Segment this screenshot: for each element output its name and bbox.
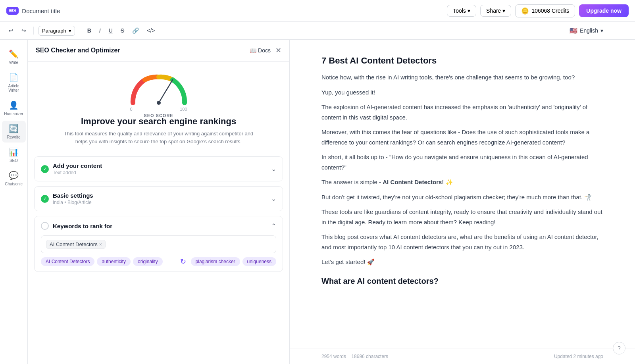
keyword-suggestion-4[interactable]: uniqueness	[242, 257, 276, 266]
keywords-section: Keywords to rank for ⌃ AI Content Detect…	[34, 216, 283, 272]
paragraph-select[interactable]: Paragraph ▾	[38, 26, 75, 36]
logo-badge: WS	[6, 7, 19, 15]
content-p-5: The answer is simple - AI Content Detect…	[321, 177, 603, 187]
upgrade-button[interactable]: Upgrade now	[579, 4, 629, 17]
keyword-suggestion-3[interactable]: plagiarism checker	[191, 257, 240, 266]
language-select[interactable]: 🇺🇸 English ▾	[570, 27, 603, 35]
keyword-suggestion-0[interactable]: AI Content Detectors	[41, 257, 94, 266]
basic-settings-check-icon: ✓	[41, 195, 49, 203]
updated-label: Updated 2 minutes ago	[554, 354, 603, 359]
keyword-tag-remove-0[interactable]: ×	[99, 242, 102, 247]
seo-header-right: 📖 Docs ✕	[250, 46, 281, 55]
code-button[interactable]: </>	[144, 26, 157, 35]
keywords-header[interactable]: Keywords to rank for ⌃	[35, 216, 283, 235]
article-writer-icon: 📄	[9, 73, 19, 82]
sidebar-item-humanizer[interactable]: 👤 Humanizer	[2, 97, 26, 119]
keywords-input-area[interactable]: AI Content Detectors ×	[41, 235, 276, 253]
help-button[interactable]: ?	[613, 342, 625, 354]
gauge-section: 0 100 SEO SCORE Improve your search engi…	[28, 62, 289, 152]
keyword-suggestion-1[interactable]: authenticity	[97, 257, 131, 266]
seo-score-label: SEO SCORE	[127, 113, 190, 118]
doc-title: Document title	[22, 8, 60, 14]
bold-ai-detectors: AI Content Detectors!	[383, 179, 444, 185]
add-content-section: ✓ Add your content Text added ⌄	[34, 156, 283, 181]
add-content-header[interactable]: ✓ Add your content Text added ⌄	[35, 157, 283, 181]
share-label: Share	[486, 8, 501, 14]
language-label: English	[580, 27, 598, 34]
sidebar-item-chatsonic[interactable]: 💬 Chatsonic	[2, 168, 26, 189]
tools-label: Tools	[453, 8, 466, 14]
gauge-max-label: 100	[180, 107, 187, 112]
write-icon: ✏️	[9, 49, 19, 59]
add-content-subtitle: Text added	[53, 170, 102, 175]
credits-display: 🪙 106068 Credits	[515, 4, 575, 17]
basic-settings-section: ✓ Basic settings India • Blog/Article ⌄	[34, 186, 283, 211]
basic-settings-header[interactable]: ✓ Basic settings India • Blog/Article ⌄	[35, 187, 283, 211]
bold-button[interactable]: B	[85, 26, 94, 35]
sidebar-item-seo[interactable]: 📊 SEO	[2, 144, 26, 166]
content-area: 7 Best AI Content Detectors Notice how, …	[290, 40, 635, 349]
svg-point-1	[157, 101, 161, 105]
sidebar-label-seo: SEO	[10, 158, 18, 163]
main-layout: ✏️ Write 📄 Article Writer 👤 Humanizer 🔄 …	[0, 40, 635, 364]
topbar-right: Tools ▾ Share ▾ 🪙 106068 Credits Upgrade…	[447, 4, 629, 17]
gauge-min-label: 0	[130, 107, 133, 112]
close-button[interactable]: ✕	[275, 46, 281, 55]
content-p-2: The explosion of AI-generated content ha…	[321, 102, 603, 122]
keywords-chevron-icon: ⌃	[271, 222, 276, 230]
paragraph-label: Paragraph	[42, 28, 66, 34]
keyword-tag-0: AI Content Detectors ×	[46, 240, 106, 249]
undo-button[interactable]: ↩	[6, 26, 16, 35]
content-p-4: In short, it all boils up to - "How do y…	[321, 152, 603, 172]
sidebar-item-article-writer[interactable]: 📄 Article Writer	[2, 69, 26, 96]
sidebar-item-write[interactable]: ✏️ Write	[2, 46, 26, 68]
flag-icon: 🇺🇸	[570, 27, 577, 35]
seo-icon: 📊	[9, 147, 19, 157]
chatsonic-icon: 💬	[9, 171, 19, 180]
credits-amount: 106068 Credits	[531, 8, 569, 14]
improve-desc: This tool measures the quality and relev…	[64, 130, 254, 145]
basic-settings-subtitle: India • Blog/Article	[53, 200, 93, 205]
content-p-6: But don't get it twisted, they're not yo…	[321, 192, 603, 202]
seo-panel-header: SEO Checker and Optimizer 📖 Docs ✕	[28, 40, 289, 62]
seo-panel: SEO Checker and Optimizer 📖 Docs ✕	[28, 40, 290, 364]
basic-settings-header-left: ✓ Basic settings India • Blog/Article	[41, 192, 93, 205]
add-content-chevron-icon: ⌄	[271, 165, 276, 173]
strikethrough-button[interactable]: S	[118, 26, 127, 35]
gauge-svg	[127, 71, 190, 107]
refresh-suggestions-button[interactable]: ↻	[180, 257, 186, 266]
toolbar: ↩ ↪ Paragraph ▾ B I U S 🔗 </> 🇺🇸 English…	[0, 22, 635, 40]
topbar: WS Document title Tools ▾ Share ▾ 🪙 1060…	[0, 0, 635, 22]
keyword-suggestions: AI Content Detectors authenticity origin…	[41, 257, 276, 266]
gauge-container: 0 100 SEO SCORE	[127, 71, 190, 107]
language-chevron-icon: ▾	[600, 27, 603, 34]
tools-chevron-icon: ▾	[468, 8, 470, 14]
sidebar-label-humanizer: Humanizer	[4, 112, 23, 116]
word-count: 2954 words	[321, 354, 346, 359]
sidebar-item-rewrite[interactable]: 🔄 Rewrite	[2, 121, 26, 143]
keywords-uncheck-icon	[41, 222, 49, 230]
sidebar-label-chatsonic: Chatsonic	[5, 182, 22, 186]
content-p-1: Yup, you guessed it!	[321, 87, 603, 98]
sidebar-label-rewrite: Rewrite	[7, 135, 21, 139]
keywords-body: AI Content Detectors × AI Content Detect…	[35, 235, 283, 272]
share-button[interactable]: Share ▾	[480, 5, 511, 17]
content-p-3: Moreover, with this comes the fear of qu…	[321, 127, 603, 147]
content-heading-2: What are AI content detectors?	[321, 277, 603, 286]
char-count: 18696 characters	[351, 354, 388, 359]
book-icon: 📖	[250, 47, 256, 54]
tools-button[interactable]: Tools ▾	[447, 5, 476, 17]
keywords-header-left: Keywords to rank for	[41, 222, 112, 230]
paragraph-chevron-icon: ▾	[69, 28, 71, 34]
underline-button[interactable]: U	[106, 26, 115, 35]
keyword-suggestion-2[interactable]: originality	[133, 257, 163, 266]
content-p-7: These tools are like guardians of conten…	[321, 207, 603, 227]
italic-button[interactable]: I	[97, 26, 103, 35]
toolbar-divider-2	[80, 27, 80, 35]
content-p-0: Notice how, with the rise in AI writing …	[321, 72, 603, 83]
sidebar: ✏️ Write 📄 Article Writer 👤 Humanizer 🔄 …	[0, 40, 28, 364]
add-content-header-left: ✓ Add your content Text added	[41, 162, 102, 175]
redo-button[interactable]: ↪	[19, 26, 29, 35]
link-button[interactable]: 🔗	[130, 26, 141, 35]
docs-link[interactable]: 📖 Docs	[250, 47, 271, 54]
